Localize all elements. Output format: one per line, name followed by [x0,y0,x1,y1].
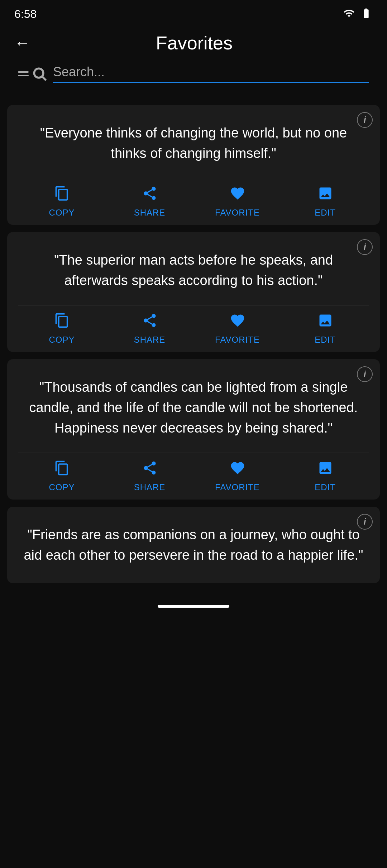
quote-card-3: i "Thousands of candles can be lighted f… [7,359,380,500]
info-button-4[interactable]: i [357,514,373,530]
copy-icon-1 [54,185,70,205]
header: ← Favorites [0,25,387,64]
search-icon [32,66,47,82]
quote-text-3: "Thousands of candles can be lighted fro… [18,370,369,449]
home-indicator [0,598,387,611]
search-input[interactable] [53,64,369,83]
info-button-2[interactable]: i [357,239,373,255]
favorite-label-3: FAVORITE [215,482,260,492]
edit-icon-1 [317,185,333,205]
home-bar [158,605,229,608]
battery-icon [360,8,373,20]
card-actions-1: COPY SHARE FAVORITE [18,178,369,218]
share-icon-3 [142,460,158,479]
quote-card-1: i "Everyone thinks of changing the world… [7,105,380,225]
favorite-icon-2 [230,313,245,332]
status-icons [343,8,373,20]
menu-icon [18,71,29,76]
signal-icon [343,8,355,20]
card-actions-2: COPY SHARE FAVORITE [18,305,369,345]
share-label-2: SHARE [134,335,166,345]
quotes-list: i "Everyone thinks of changing the world… [0,101,387,587]
share-button-2[interactable]: SHARE [125,313,175,345]
share-button-3[interactable]: SHARE [125,460,175,492]
info-button-3[interactable]: i [357,366,373,382]
page-title: Favorites [30,32,358,54]
edit-label-1: EDIT [315,208,336,218]
copy-button-3[interactable]: COPY [37,460,87,492]
copy-label-2: COPY [49,335,75,345]
quote-card-4: i "Friends are as companions on a journe… [7,507,380,583]
edit-icon-2 [317,313,333,332]
edit-button-2[interactable]: EDIT [300,313,350,345]
search-icon-area [18,66,47,82]
search-bar [7,64,380,94]
quote-card-2: i "The superior man acts before he speak… [7,232,380,352]
favorite-button-3[interactable]: FAVORITE [212,460,263,492]
edit-label-3: EDIT [315,482,336,492]
info-button-1[interactable]: i [357,112,373,128]
svg-line-1 [42,77,46,80]
favorite-icon-1 [230,185,245,205]
share-label-3: SHARE [134,482,166,492]
copy-button-2[interactable]: COPY [37,313,87,345]
share-label-1: SHARE [134,208,166,218]
share-icon-1 [142,185,158,205]
quote-text-1: "Everyone thinks of changing the world, … [18,116,369,174]
favorite-button-1[interactable]: FAVORITE [212,185,263,218]
edit-icon-3 [317,460,333,479]
favorite-label-2: FAVORITE [215,335,260,345]
quote-text-2: "The superior man acts before he speaks,… [18,243,369,302]
back-button[interactable]: ← [14,35,30,51]
favorite-icon-3 [230,460,245,479]
favorite-button-2[interactable]: FAVORITE [212,313,263,345]
svg-point-0 [34,68,43,78]
edit-label-2: EDIT [315,335,336,345]
copy-icon-2 [54,313,70,332]
status-time: 6:58 [14,8,37,21]
status-bar: 6:58 [0,0,387,25]
favorite-label-1: FAVORITE [215,208,260,218]
share-icon-2 [142,313,158,332]
copy-button-1[interactable]: COPY [37,185,87,218]
edit-button-1[interactable]: EDIT [300,185,350,218]
card-actions-3: COPY SHARE FAVORITE [18,453,369,492]
quote-text-4: "Friends are as companions on a journey,… [18,517,369,576]
share-button-1[interactable]: SHARE [125,185,175,218]
copy-label-1: COPY [49,208,75,218]
edit-button-3[interactable]: EDIT [300,460,350,492]
copy-label-3: COPY [49,482,75,492]
copy-icon-3 [54,460,70,479]
